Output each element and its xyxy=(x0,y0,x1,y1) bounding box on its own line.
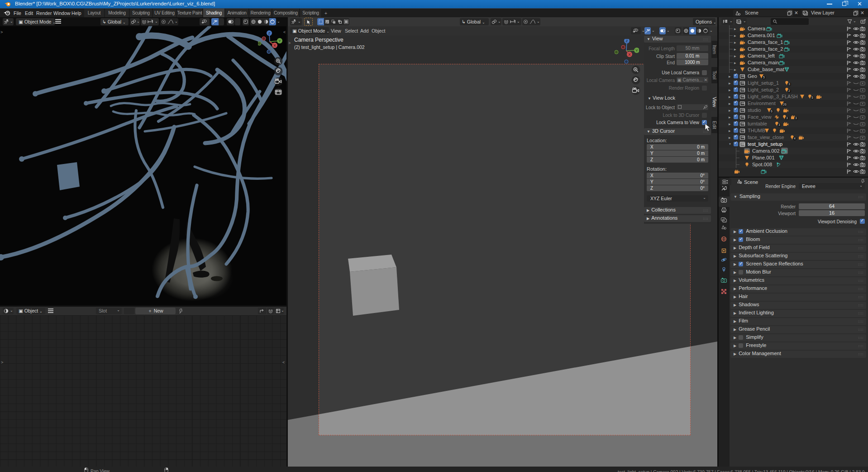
svg-text:Z: Z xyxy=(268,31,271,35)
svg-text:X: X xyxy=(628,53,631,57)
svg-text:Z: Z xyxy=(626,39,628,43)
svg-text:X: X xyxy=(273,43,276,48)
svg-text:Y: Y xyxy=(635,48,638,53)
svg-text:Y: Y xyxy=(278,39,281,43)
